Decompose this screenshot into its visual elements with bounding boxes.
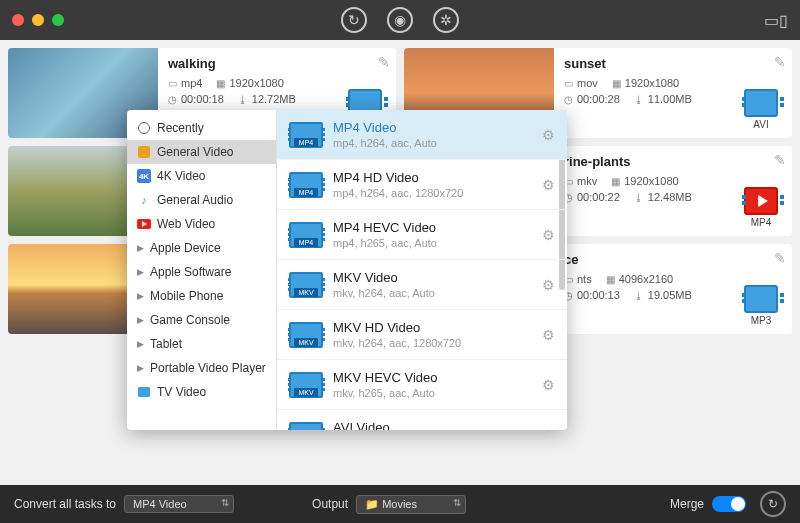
format-item[interactable]: MKVMKV HEVC Videomkv, h265, aac, Auto⚙: [277, 360, 567, 410]
card-title: ce: [564, 252, 782, 267]
format-body: MKV HEVC Videomkv, h265, aac, Auto: [333, 370, 532, 399]
format-column: MP4MP4 Videomp4, h264, aac, Auto⚙MP4MP4 …: [277, 110, 567, 430]
format-icon: MP4: [289, 172, 323, 198]
duration-meta: ◷ 00:00:22: [564, 191, 620, 203]
output-format-badge[interactable]: MP4: [744, 187, 778, 228]
edit-icon[interactable]: ✎: [378, 54, 390, 70]
card-body: rine-plants▭ mkv▦ 1920x1080◷ 00:00:22⭳ 1…: [554, 146, 792, 236]
format-item[interactable]: MP4MP4 HEVC Videomp4, h265, aac, Auto⚙: [277, 210, 567, 260]
card-title: rine-plants: [564, 154, 782, 169]
output-select[interactable]: 📁 Movies: [356, 495, 466, 514]
output-format-badge[interactable]: MP3: [744, 285, 778, 326]
category-label: TV Video: [157, 385, 206, 399]
resolution-meta: ▦ 1920x1080: [611, 175, 678, 187]
category-item[interactable]: Web Video: [127, 212, 276, 236]
disc-mode-icon[interactable]: ◉: [387, 7, 413, 33]
output-label: Output: [312, 497, 348, 511]
edit-icon[interactable]: ✎: [774, 54, 786, 70]
category-label: Apple Device: [150, 241, 221, 255]
format-meta: mp4, h265, aac, Auto: [333, 237, 532, 249]
youtube-icon: [137, 217, 151, 231]
edit-icon[interactable]: ✎: [774, 152, 786, 168]
format-icon: MP4: [289, 122, 323, 148]
video-icon: [137, 145, 151, 159]
category-item[interactable]: ▶Portable Video Player: [127, 356, 276, 380]
gear-icon[interactable]: ⚙: [542, 327, 555, 343]
chevron-right-icon: ▶: [137, 243, 144, 253]
gear-icon[interactable]: ⚙: [542, 127, 555, 143]
format-title: MKV HD Video: [333, 320, 532, 335]
format-meta: ▭ nts: [564, 273, 592, 285]
chevron-right-icon: ▶: [137, 363, 144, 373]
format-body: MP4 Videomp4, h264, aac, Auto: [333, 120, 532, 149]
maximize-window[interactable]: [52, 14, 64, 26]
output-format-badge[interactable]: AVI: [744, 89, 778, 130]
gear-icon[interactable]: ⚙: [542, 227, 555, 243]
category-item[interactable]: ▶Mobile Phone: [127, 284, 276, 308]
gear-icon[interactable]: ⚙: [542, 377, 555, 393]
gear-icon[interactable]: ⚙: [542, 427, 555, 431]
bottombar: Convert all tasks to MP4 Video Output 📁 …: [0, 485, 800, 523]
format-item[interactable]: MKVMKV HD Videomkv, h264, aac, 1280x720⚙: [277, 310, 567, 360]
card-body: sunset▭ mov▦ 1920x1080◷ 00:00:28⭳ 11.00M…: [554, 48, 792, 138]
format-body: MKV Videomkv, h264, aac, Auto: [333, 270, 532, 299]
duration-meta: ◷ 00:00:13: [564, 289, 620, 301]
format-title: AVI Video: [333, 420, 532, 430]
category-item[interactable]: ▶Apple Software: [127, 260, 276, 284]
size-meta: ⭳ 19.05MB: [634, 289, 692, 301]
theater-icon[interactable]: ▭▯: [764, 11, 788, 30]
format-body: AVI Videoavi, xvid, mp2, Auto: [333, 420, 532, 430]
format-meta: mp4, h264, aac, 1280x720: [333, 187, 532, 199]
format-title: MP4 HEVC Video: [333, 220, 532, 235]
format-meta: ▭ mp4: [168, 77, 202, 89]
format-meta: mkv, h264, aac, 1280x720: [333, 337, 532, 349]
chevron-right-icon: ▶: [137, 339, 144, 349]
category-item[interactable]: TV Video: [127, 380, 276, 404]
format-body: MKV HD Videomkv, h264, aac, 1280x720: [333, 320, 532, 349]
category-label: Recently: [157, 121, 204, 135]
topbar-mode-icons: ↻ ◉ ✲: [341, 7, 459, 33]
category-item[interactable]: General Video: [127, 140, 276, 164]
format-icon: MKV: [289, 322, 323, 348]
format-item[interactable]: MP4MP4 Videomp4, h264, aac, Auto⚙: [277, 110, 567, 160]
card-title: walking: [168, 56, 386, 71]
format-meta: mkv, h265, aac, Auto: [333, 387, 532, 399]
size-meta: ⭳ 12.72MB: [238, 93, 296, 105]
film-mode-icon[interactable]: ✲: [433, 7, 459, 33]
format-icon: AVI: [289, 422, 323, 431]
chevron-right-icon: ▶: [137, 315, 144, 325]
category-label: Tablet: [150, 337, 182, 351]
format-title: MP4 Video: [333, 120, 532, 135]
resolution-meta: ▦ 1920x1080: [612, 77, 679, 89]
category-item[interactable]: Recently: [127, 116, 276, 140]
card-body: ce▭ nts▦ 4096x2160◷ 00:00:13⭳ 19.05MB✎MP…: [554, 244, 792, 334]
format-popup: RecentlyGeneral Video4K4K Video♪General …: [127, 110, 567, 430]
resolution-meta: ▦ 4096x2160: [606, 273, 673, 285]
category-item[interactable]: ▶Tablet: [127, 332, 276, 356]
convert-all-select[interactable]: MP4 Video: [124, 495, 234, 513]
format-icon: MKV: [289, 372, 323, 398]
format-item[interactable]: AVIAVI Videoavi, xvid, mp2, Auto⚙: [277, 410, 567, 430]
category-item[interactable]: 4K4K Video: [127, 164, 276, 188]
minimize-window[interactable]: [32, 14, 44, 26]
category-item[interactable]: ♪General Audio: [127, 188, 276, 212]
gear-icon[interactable]: ⚙: [542, 177, 555, 193]
duration-meta: ◷ 00:00:18: [168, 93, 224, 105]
edit-icon[interactable]: ✎: [774, 250, 786, 266]
category-column: RecentlyGeneral Video4K4K Video♪General …: [127, 110, 277, 430]
category-label: General Audio: [157, 193, 233, 207]
category-label: 4K Video: [157, 169, 206, 183]
format-item[interactable]: MP4MP4 HD Videomp4, h264, aac, 1280x720⚙: [277, 160, 567, 210]
format-item[interactable]: MKVMKV Videomkv, h264, aac, Auto⚙: [277, 260, 567, 310]
titlebar: ↻ ◉ ✲ ▭▯: [0, 0, 800, 40]
gear-icon[interactable]: ⚙: [542, 277, 555, 293]
format-title: MKV Video: [333, 270, 532, 285]
size-meta: ⭳ 11.00MB: [634, 93, 692, 105]
close-window[interactable]: [12, 14, 24, 26]
convert-mode-icon[interactable]: ↻: [341, 7, 367, 33]
category-item[interactable]: ▶Apple Device: [127, 236, 276, 260]
category-item[interactable]: ▶Game Console: [127, 308, 276, 332]
merge-toggle[interactable]: [712, 496, 746, 512]
format-meta: mkv, h264, aac, Auto: [333, 287, 532, 299]
start-convert-button[interactable]: ↻: [760, 491, 786, 517]
